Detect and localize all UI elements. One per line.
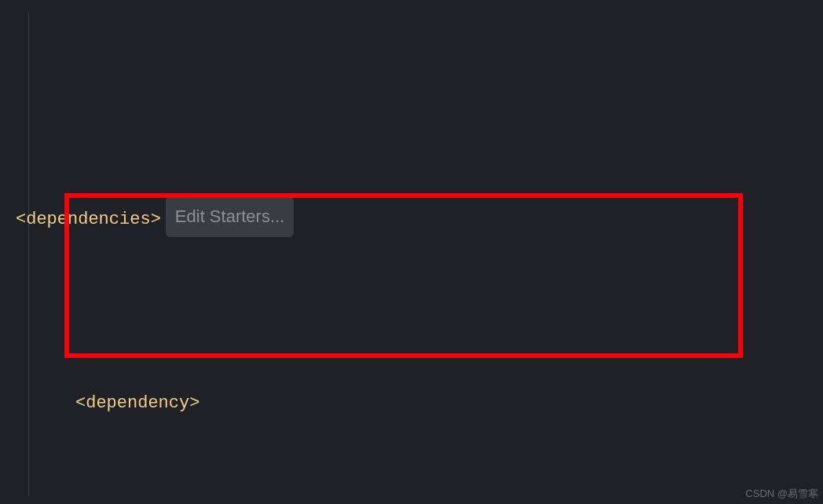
- code-editor[interactable]: <dependencies>Edit Starters... <dependen…: [0, 0, 823, 504]
- code-line[interactable]: <dependencies>Edit Starters...: [0, 196, 823, 234]
- code-line[interactable]: <groupId>org.springframework.boot</group…: [0, 498, 823, 504]
- xml-tag-dependency-open: <dependency>: [75, 393, 199, 413]
- edit-starters-button[interactable]: Edit Starters...: [166, 196, 294, 237]
- watermark-text: CSDN @易雪寒: [745, 487, 818, 501]
- indent-guide: [28, 13, 29, 496]
- xml-tag-dependencies-open: <dependencies>: [16, 210, 161, 229]
- code-line[interactable]: <dependency>: [0, 385, 823, 422]
